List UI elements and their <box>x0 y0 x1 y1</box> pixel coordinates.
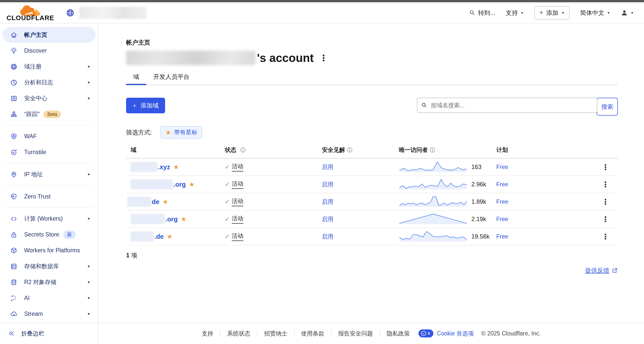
go-to-search[interactable]: 转到... <box>469 9 495 17</box>
starred-filter-chip[interactable]: ★ 带有星标 <box>161 126 202 139</box>
plus-icon: + <box>539 9 543 16</box>
add-domain-label: 添加域 <box>140 101 159 110</box>
sidebar-item-workers-compute[interactable]: 计算 (Workers) ▼ <box>3 211 96 227</box>
star-icon[interactable]: ★ <box>167 233 173 240</box>
domain-link[interactable]: .xyz <box>158 163 170 171</box>
row-kebab-menu[interactable]: ⋮ <box>602 232 609 241</box>
plan-link[interactable]: Free <box>496 181 508 188</box>
domain-link[interactable]: .de <box>154 233 164 240</box>
domain-link[interactable]: de <box>152 198 159 206</box>
sidebar-item-domain-registration[interactable]: 域注册 ▼ <box>3 59 96 75</box>
cookie-check-icon: ✓ <box>421 331 426 336</box>
star-icon[interactable]: ★ <box>189 181 195 188</box>
star-icon[interactable]: ★ <box>173 163 179 171</box>
domain-link[interactable]: .org <box>165 215 178 223</box>
sidebar-divider <box>5 208 93 208</box>
footer-link-report-security[interactable]: 报告安全问题 <box>338 330 373 337</box>
domain-link[interactable]: .org <box>173 181 186 188</box>
insight-link[interactable]: 启用 <box>322 181 333 188</box>
sidebar-item-secrets-store[interactable]: Secrets Store 新 <box>3 227 96 243</box>
star-icon[interactable]: ★ <box>181 215 186 223</box>
footer-link-privacy[interactable]: 隐私政策 <box>387 330 410 337</box>
info-icon[interactable]: ⓘ <box>240 147 246 154</box>
cloudflare-logo[interactable]: CLOUDFLARE <box>7 5 54 21</box>
insight-link[interactable]: 启用 <box>322 164 333 170</box>
sidebar-item-r2-storage[interactable]: R2 对象存储 ▼ <box>3 274 96 290</box>
user-account-menu[interactable]: ▼ <box>621 9 634 16</box>
chevron-down-icon: ▼ <box>87 280 91 284</box>
domain-name-redacted <box>131 231 154 242</box>
check-icon: ✓ <box>225 216 230 223</box>
info-icon[interactable]: ⓘ <box>347 147 352 153</box>
feedback-label: 提供反馈 <box>585 266 609 274</box>
info-icon[interactable]: ⓘ <box>430 147 435 154</box>
account-globe-icon <box>66 8 75 17</box>
star-icon[interactable]: ★ <box>162 198 168 206</box>
account-kebab-menu[interactable]: ⋮ <box>319 53 328 63</box>
r2-bucket-icon <box>10 279 18 286</box>
account-name-redacted[interactable] <box>79 7 147 19</box>
cookie-consent-icon[interactable]: ✓ ✕ <box>419 329 433 337</box>
sidebar-item-turnstile[interactable]: Turnstile <box>3 144 96 160</box>
sidebar-item-waf[interactable]: WAF <box>3 128 96 144</box>
row-kebab-menu[interactable]: ⋮ <box>602 198 609 206</box>
support-menu[interactable]: 支持 ▼ <box>506 9 524 17</box>
sidebar-item-stream[interactable]: Stream ▼ <box>3 306 96 322</box>
footer-link-support[interactable]: 支持 <box>202 330 213 337</box>
chevron-down-icon: ▼ <box>630 11 634 15</box>
add-menu-button[interactable]: + 添加 ▼ <box>535 6 570 19</box>
cookie-x-icon: ✕ <box>427 331 431 336</box>
sidebar-item-label: WAF <box>24 133 37 140</box>
domain-search-input[interactable] <box>417 98 597 113</box>
cookie-preferences-link[interactable]: Cookie 首选项 <box>437 330 474 337</box>
insight-link[interactable]: 启用 <box>322 233 333 240</box>
sidebar-item-analytics-logs[interactable]: 分析和日志 ▼ <box>3 75 96 90</box>
language-menu[interactable]: 简体中文 ▼ <box>580 9 610 17</box>
column-header-domain: 域 <box>126 146 225 154</box>
footer-link-system-status[interactable]: 系统状态 <box>227 330 250 337</box>
plan-link[interactable]: Free <box>496 216 508 222</box>
sidebar-item-zero-trust[interactable]: Zero Trust <box>3 189 96 204</box>
footer-link-careers[interactable]: 招贤纳士 <box>264 330 287 337</box>
tab-developer-platform[interactable]: 开发人员平台 <box>146 73 197 85</box>
item-count-unit: 项 <box>131 252 137 259</box>
plan-link[interactable]: Free <box>496 233 508 240</box>
feedback-link[interactable]: 提供反馈 <box>585 266 618 274</box>
visitors-value: 2.96k <box>471 181 486 188</box>
sidebar-item-ip-addresses[interactable]: IP 地址 ▼ <box>3 166 96 182</box>
sidebar-item-label: Stream <box>24 311 43 317</box>
breadcrumb[interactable]: 帐户主页 <box>126 39 618 47</box>
sidebar-item-storage-databases[interactable]: 存储和数据库 ▼ <box>3 258 96 274</box>
footer-separator <box>294 330 294 337</box>
plan-link[interactable]: Free <box>496 198 508 205</box>
filter-row: 筛选方式: ★ 带有星标 <box>126 126 618 139</box>
row-kebab-menu[interactable]: ⋮ <box>602 180 609 189</box>
search-button[interactable]: 搜索 <box>597 98 618 116</box>
search-box <box>417 98 597 113</box>
insight-link[interactable]: 启用 <box>322 198 333 205</box>
copyright-text: © 2025 Cloudflare, Inc. <box>481 330 541 337</box>
app-header: CLOUDFLARE 转到... 支持 ▼ + 添加 ▼ 简体中文 ▼ ▼ <box>0 2 644 23</box>
plan-cell: Free <box>496 181 600 188</box>
sidebar-item-security-center[interactable]: 安全中心 ▼ <box>3 90 96 106</box>
sidebar-item-account-home[interactable]: 帐户主页 <box>3 27 96 43</box>
insight-link[interactable]: 启用 <box>322 216 333 222</box>
row-actions-cell: ⋮ <box>600 197 618 206</box>
tab-domains[interactable]: 域 <box>126 73 146 85</box>
sidebar-item-ai[interactable]: AI ▼ <box>3 290 96 306</box>
plan-link[interactable]: Free <box>496 164 508 170</box>
domain-search: 搜索 <box>417 98 618 116</box>
row-kebab-menu[interactable]: ⋮ <box>602 215 609 223</box>
sidebar-item-workers-for-platforms[interactable]: Workers for Platforms <box>3 243 96 258</box>
sidebar-item-tracking[interactable]: “跟踪” Beta <box>3 106 96 122</box>
row-kebab-menu[interactable]: ⋮ <box>602 163 609 171</box>
collapse-sidebar-button[interactable]: 折叠边栏 <box>0 323 98 344</box>
sidebar-item-discover[interactable]: Discover <box>3 43 96 59</box>
sidebar-item-label: Turnstile <box>24 149 46 156</box>
footer-link-terms[interactable]: 使用条款 <box>301 330 324 337</box>
search-icon <box>469 10 476 16</box>
security-insight-cell: 启用 <box>322 163 399 171</box>
domain-cell: .org ★ <box>126 179 225 189</box>
sidebar-item-label: Secrets Store <box>24 231 59 238</box>
add-domain-button[interactable]: + 添加域 <box>126 98 165 113</box>
